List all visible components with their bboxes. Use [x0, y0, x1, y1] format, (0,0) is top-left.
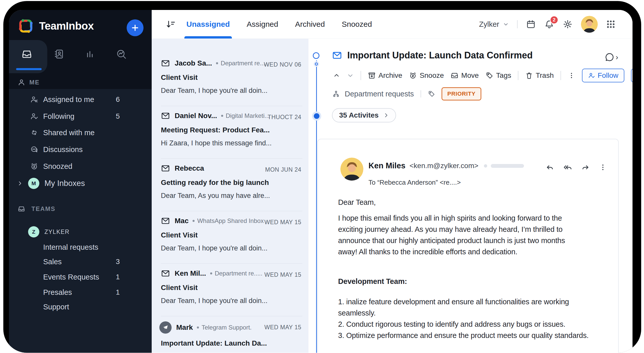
email-list: Jacob Sa... Department re..... WED NOV 0…: [152, 39, 308, 353]
reply-icon[interactable]: [545, 163, 554, 172]
meta-dot: [484, 164, 487, 168]
user-avatar[interactable]: [581, 16, 598, 33]
snooze-button[interactable]: Snooze: [409, 71, 444, 80]
sender: Ken Mil...: [175, 269, 206, 278]
list-item[interactable]: Mac WhatsApp Shared Inbox WED MAY 15 Cli…: [152, 211, 308, 264]
list-item[interactable]: Ken Mil... Department re..... WED MAY 15…: [152, 264, 308, 316]
person-check-icon: [30, 112, 38, 120]
via-inbox: Department re.....: [215, 270, 263, 277]
sidebar-item-presales[interactable]: Presales 1: [9, 287, 152, 298]
calendar-icon[interactable]: [526, 19, 536, 29]
preview: Dear Team, www.zylker.com: [161, 352, 301, 353]
recipient-line[interactable]: To “Rebecca Anderson” <re....>: [368, 179, 461, 186]
priority-tag[interactable]: PRIORITY: [442, 87, 481, 100]
tab-assigned[interactable]: Assigned: [247, 10, 278, 39]
thread-inbox-name[interactable]: Department requests: [345, 90, 414, 98]
move-button[interactable]: Move: [450, 71, 479, 80]
body-list-item: 2. Conduct rigorous testing to identify …: [338, 319, 601, 330]
thread-toolbar: Archive Snooze Move: [333, 68, 620, 83]
via-inbox: WhatsApp Shared Inbox: [197, 217, 264, 224]
item-count: 5: [109, 112, 120, 120]
sidebar-item-my-inboxes[interactable]: M My Inboxes: [9, 177, 152, 190]
sidebar-item-support[interactable]: Support: [9, 301, 152, 312]
conversation-view-toggle[interactable]: ›: [604, 52, 618, 62]
contacts-module-icon[interactable]: [53, 48, 64, 60]
activities-chip[interactable]: 35 Activites: [332, 108, 396, 122]
assign-button[interactable]: Assign: [631, 69, 633, 82]
trash-button[interactable]: Trash: [525, 71, 554, 80]
sort-icon[interactable]: [166, 19, 176, 29]
sidebar-item-label: Sales: [43, 258, 62, 266]
tab-archived[interactable]: Archived: [295, 10, 325, 39]
subject: Client Visit: [161, 284, 301, 292]
app-grid-icon[interactable]: [606, 19, 616, 29]
divider: [421, 90, 421, 97]
sidebar-item-internal-requests[interactable]: Internal requests: [9, 242, 152, 253]
sidebar-item-assigned-to-me[interactable]: Assigned to me 6: [9, 94, 152, 105]
next-message-icon[interactable]: [347, 72, 354, 79]
more-options-icon[interactable]: [568, 72, 575, 79]
tags-button[interactable]: Tags: [485, 71, 511, 80]
prev-message-icon[interactable]: [333, 72, 340, 79]
sidebar-team-zylker[interactable]: Z ZYLKER: [9, 226, 152, 238]
divider: [361, 71, 361, 80]
person-assign-icon: [30, 95, 38, 104]
list-item[interactable]: Mark Telegram Support. WED MAY 15 Import…: [152, 316, 308, 353]
list-item[interactable]: Daniel Nov... Digital Marketi... THUOCT …: [152, 106, 308, 159]
hierarchy-icon: [332, 90, 340, 98]
tag-icon: [428, 90, 435, 98]
chat-icon: [30, 145, 38, 154]
tab-unassigned[interactable]: Unassigned: [186, 10, 230, 39]
follow-button[interactable]: Follow: [582, 69, 625, 82]
via-dot: [210, 272, 212, 274]
archive-button[interactable]: Archive: [368, 71, 402, 80]
forward-icon[interactable]: [581, 163, 590, 172]
date: WED NOV 06: [264, 61, 301, 68]
archive-label: Archive: [378, 71, 402, 80]
sidebar-item-following[interactable]: Following 5: [9, 111, 152, 122]
body-line: exciting journey ahead. As you may have …: [338, 224, 601, 235]
body-paragraph: I hope this email finds you all in high …: [338, 212, 601, 257]
sidebar-item-sales[interactable]: Sales 3: [9, 256, 152, 267]
analytics-module-icon[interactable]: [116, 48, 127, 60]
reply-all-icon[interactable]: [563, 163, 572, 172]
sidebar-item-shared-with-me[interactable]: Shared with me: [9, 127, 152, 138]
body-list-item: 3. Optimize performance and ensure the p…: [338, 330, 601, 341]
sidebar-item-label: Events Requests: [43, 273, 99, 281]
sidebar-item-events-requests[interactable]: Events Requests 1: [9, 271, 152, 283]
gear-icon[interactable]: [563, 19, 573, 29]
more-options-icon[interactable]: [599, 163, 607, 171]
envelope-icon: [161, 216, 170, 225]
topbar: Unassigned Assigned Archived Snoozed Zyl…: [152, 10, 633, 39]
via-dot: [197, 326, 199, 329]
notifications-bell[interactable]: 2: [544, 19, 554, 29]
date: THUOCT 24: [268, 114, 301, 121]
sidebar-item-label: My Inboxes: [44, 179, 85, 188]
sender-email: <ken.m@zylker.com>: [410, 162, 479, 170]
body-line: I hope this email finds you all in high …: [338, 212, 601, 224]
timeline-node-top: [313, 52, 319, 59]
reading-pane: Important Update: Launch Data Confirmed …: [308, 39, 633, 353]
chevron-right-icon[interactable]: [17, 181, 23, 186]
tab-snoozed[interactable]: Snoozed: [342, 10, 372, 39]
sidebar-item-snoozed[interactable]: Snoozed: [9, 161, 152, 172]
sidebar-item-label: Snoozed: [43, 162, 73, 171]
archive-icon: [368, 71, 376, 80]
inbox-module-icon[interactable]: [21, 48, 32, 60]
preview: Hi Zaara, I hope this message find...: [161, 139, 301, 147]
reports-module-icon[interactable]: [84, 48, 96, 60]
sidebar-item-label: Following: [43, 112, 75, 121]
body-list: 1. inalize feature development and ensur…: [338, 296, 601, 341]
preview: Dear Team, I hope you're all doin...: [161, 297, 301, 305]
tags-label: Tags: [496, 71, 511, 80]
via-inbox: Digital Marketi...: [226, 112, 270, 119]
sidebar-item-label: Shared with me: [43, 129, 95, 137]
list-item[interactable]: Jacob Sa... Department re..... WED NOV 0…: [152, 54, 308, 106]
org-selector[interactable]: Zylker: [479, 20, 509, 29]
list-item[interactable]: Rebecca MON JUN 24 Getting ready for the…: [152, 159, 308, 211]
divider: [517, 20, 518, 28]
sidebar-item-discussions[interactable]: Discussions: [9, 144, 152, 155]
sender: Jacob Sa...: [175, 59, 212, 67]
team-avatar: Z: [28, 226, 39, 237]
compose-button[interactable]: [127, 19, 144, 36]
